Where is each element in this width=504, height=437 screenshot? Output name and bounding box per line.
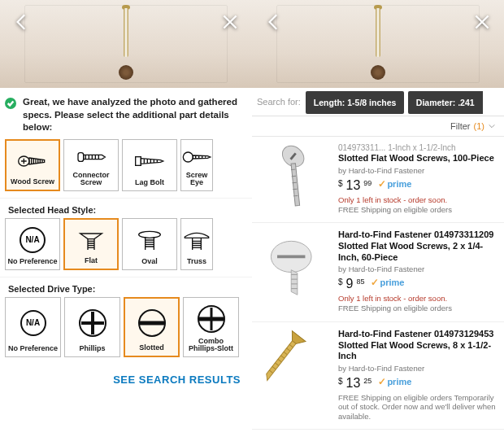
screw-type-tile[interactable]: Screw Eye: [180, 139, 213, 191]
filter-chip[interactable]: Length: 1-5/8 inches: [306, 91, 405, 114]
close-button[interactable]: [219, 11, 241, 36]
drive-type-label: Selected Drive Type:: [0, 279, 252, 297]
svg-point-4: [139, 231, 161, 238]
stock-status: Only 1 left in stock - order soon.: [338, 294, 496, 303]
head-style-label: Selected Head Style:: [0, 200, 252, 218]
tile-label: Wood Screw: [11, 178, 54, 186]
screw-eye-icon: [180, 143, 213, 172]
result-title: Slotted Flat Wood Screws, 100-Piece: [338, 153, 496, 164]
tile-label: Flat: [85, 257, 98, 264]
tile-label: Combo Phillips-Slott: [185, 338, 237, 353]
slotted-icon: [136, 302, 168, 345]
check-icon: [5, 98, 16, 109]
result-price: $1325✓prime: [338, 376, 496, 391]
screw-type-tile[interactable]: Lag Bolt: [122, 139, 177, 191]
result-price: $985✓prime: [338, 277, 496, 291]
tile-label: No Preference: [7, 258, 57, 265]
result-byline: by Hard-to-Find Fastener: [338, 364, 496, 373]
back-button[interactable]: [11, 11, 33, 36]
photo-preview: [0, 0, 252, 88]
combo-icon: [195, 301, 228, 338]
drive-type-tile[interactable]: Slotted: [124, 297, 180, 357]
tile-label: Screw Eye: [183, 172, 211, 187]
result-price: $1399✓prime: [338, 178, 496, 193]
truss-head-icon: [180, 222, 213, 259]
connector-screw-icon: [75, 143, 107, 172]
see-search-results-link[interactable]: SEE SEARCH RESULTS: [0, 362, 252, 395]
result-thumbnail: [260, 229, 330, 299]
wood-screw-icon: [16, 144, 49, 179]
tile-label: Connector Screw: [66, 172, 116, 187]
result-byline: by Hard-to-Find Fastener: [338, 166, 496, 175]
screw-type-tile[interactable]: Wood Screw: [5, 139, 60, 191]
drive-type-tile[interactable]: N/ANo Preference: [5, 297, 61, 357]
tile-label: No Preference: [8, 345, 58, 352]
result-title: Hard-to-Find Fastener 014973129453 Slott…: [338, 329, 496, 362]
chevron-down-icon: [488, 122, 496, 130]
analysis-text: Great, we have analyzed the photo and ga…: [23, 96, 244, 134]
result-item[interactable]: Hard-to-Find Fastener 014973129453 Slott…: [252, 322, 504, 430]
result-thumbnail: [260, 329, 330, 399]
prime-badge: ✓prime: [378, 178, 411, 190]
result-item[interactable]: 014973311... 1-Inch x 1-1/2-InchSlotted …: [252, 137, 504, 223]
result-title-partial: 014973311... 1-Inch x 1-1/2-Inch: [338, 143, 496, 153]
drive-type-row: N/ANo PreferencePhillipsSlottedCombo Phi…: [0, 297, 252, 362]
search-chip-bar: Search for: Length: 1-5/8 inches Diamete…: [252, 88, 504, 116]
head-style-tile[interactable]: Oval: [122, 218, 177, 270]
drive-type-tile[interactable]: Combo Phillips-Slott: [183, 297, 239, 357]
screw-type-row: Wood ScrewConnector ScrewLag BoltScrew E…: [0, 139, 252, 196]
svg-rect-1: [78, 153, 84, 162]
oval-head-icon: [133, 222, 166, 259]
close-button[interactable]: [471, 11, 493, 36]
flat-head-icon: [75, 223, 107, 258]
shipping-info: FREE Shipping on eligible orders: [338, 205, 496, 214]
search-results-screen: Search for: Length: 1-5/8 inches Diamete…: [252, 0, 504, 437]
tile-label: Slotted: [139, 344, 164, 352]
results-list: 014973311... 1-Inch x 1-1/2-InchSlotted …: [252, 137, 504, 437]
head-style-row: N/ANo PreferenceFlatOvalTruss: [0, 218, 252, 275]
result-item[interactable]: Hard-to-Find Fastener 014973311209 Slott…: [252, 223, 504, 322]
photo-preview: [252, 0, 504, 88]
result-byline: by Hard-to-Find Fastener: [338, 264, 496, 273]
drive-type-tile[interactable]: Phillips: [64, 297, 120, 357]
filter-button[interactable]: Filter (1): [252, 116, 504, 137]
tile-label: Phillips: [79, 345, 105, 352]
detail-selection-screen: Great, we have analyzed the photo and ga…: [0, 0, 252, 437]
na-icon: N/A: [20, 222, 46, 259]
phillips-icon: [76, 301, 109, 346]
result-title: Hard-to-Find Fastener 014973311209 Slott…: [338, 229, 496, 263]
head-style-tile[interactable]: N/ANo Preference: [5, 218, 60, 270]
shipping-info: FREE Shipping on eligible orders Tempora…: [338, 393, 496, 421]
back-button[interactable]: [263, 11, 285, 36]
head-style-tile[interactable]: Flat: [63, 218, 119, 270]
stock-status: Only 1 left in stock - order soon.: [338, 195, 496, 204]
na-icon: N/A: [20, 301, 46, 346]
shipping-info: FREE Shipping on eligible orders: [338, 304, 496, 312]
head-style-tile[interactable]: Truss: [180, 218, 213, 270]
filter-chip[interactable]: Diameter: .241: [408, 91, 483, 114]
screw-type-tile[interactable]: Connector Screw: [63, 139, 119, 191]
prime-badge: ✓prime: [378, 376, 411, 387]
tile-label: Lag Bolt: [135, 179, 164, 186]
prime-badge: ✓prime: [371, 277, 404, 288]
lag-bolt-icon: [133, 143, 166, 180]
analysis-banner: Great, we have analyzed the photo and ga…: [0, 88, 252, 139]
svg-rect-2: [136, 156, 141, 165]
tile-label: Oval: [141, 258, 158, 265]
search-for-label: Search for:: [257, 97, 301, 107]
filter-label: Filter: [450, 121, 470, 131]
filter-count: (1): [474, 121, 484, 131]
svg-point-3: [183, 152, 193, 162]
result-thumbnail: [260, 143, 330, 213]
tile-label: Truss: [187, 258, 206, 265]
